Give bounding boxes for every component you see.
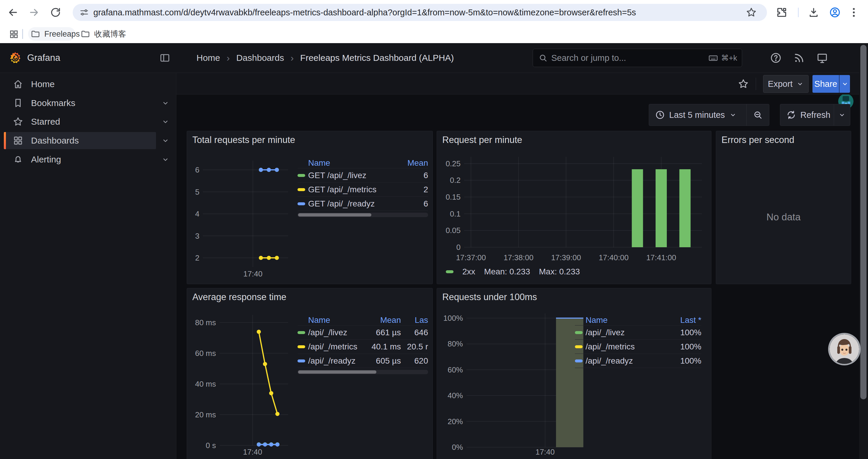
panel-title[interactable]: Average response time xyxy=(192,292,286,302)
legend-row[interactable]: GET /api/_/metrics2 xyxy=(298,183,428,197)
sidebar-toggle-icon[interactable] xyxy=(159,52,170,64)
downloads-icon[interactable] xyxy=(808,6,819,18)
svg-text:6: 6 xyxy=(195,165,199,174)
dashboard-star-icon[interactable] xyxy=(738,78,749,90)
kiosk-monitor-icon[interactable] xyxy=(816,52,828,64)
refresh-controls: Refresh xyxy=(780,104,850,126)
table-scrollbar[interactable] xyxy=(298,213,428,217)
legend-row[interactable]: GET /api/_/readyz6 xyxy=(298,197,428,211)
scrollbar-thumb[interactable] xyxy=(860,45,867,399)
zoom-out-button[interactable] xyxy=(747,104,769,126)
export-button[interactable]: Export xyxy=(763,75,809,93)
grafana-brand[interactable]: Grafana xyxy=(8,43,60,73)
chevron-down-icon xyxy=(796,80,804,88)
refresh-interval-button[interactable] xyxy=(834,104,850,126)
address-bar[interactable]: grafana.mathmast.com/d/deytv4rwavabkb/fr… xyxy=(73,4,767,21)
legend-row[interactable]: /api/_/livez661 µs646 xyxy=(298,326,428,340)
legend-row[interactable]: /api/_/livez100% xyxy=(575,326,701,340)
legend-row[interactable]: /api/_/readyz100% xyxy=(575,354,701,368)
legend-table: NameLast */api/_/livez100%/api/_/metrics… xyxy=(575,315,701,368)
time-range-picker[interactable]: Last 5 minutes xyxy=(649,104,746,126)
sidebar-item-label: Starred xyxy=(31,117,60,127)
screen: grafana.mathmast.com/d/deytv4rwavabkb/fr… xyxy=(0,0,868,459)
browser-menu-icon[interactable] xyxy=(848,6,860,18)
legend-max: Max: 0.233 xyxy=(539,267,580,276)
panel-request-per-minute: Request per minute 0.250.20.150.10.05017… xyxy=(437,131,711,284)
reload-icon[interactable] xyxy=(50,6,61,18)
timeseries-chart[interactable]: 80 ms60 ms40 ms20 ms0 s17:40 xyxy=(189,302,298,459)
svg-text:0.1: 0.1 xyxy=(450,209,461,218)
url-text[interactable]: grafana.mathmast.com/d/deytv4rwavabkb/fr… xyxy=(93,8,636,18)
extensions-icon[interactable] xyxy=(776,6,788,18)
site-info-icon[interactable] xyxy=(79,7,89,18)
sidebar-item-bookmarks[interactable]: Bookmarks xyxy=(4,95,156,112)
svg-text:3: 3 xyxy=(195,232,199,240)
svg-text:17:40: 17:40 xyxy=(243,448,262,456)
legend-row[interactable]: GET /api/_/livez6 xyxy=(298,168,428,183)
svg-text:20 ms: 20 ms xyxy=(195,410,216,419)
panel-title[interactable]: Errors per second xyxy=(721,135,794,145)
legend-row[interactable]: /api/_/metrics100% xyxy=(575,340,701,354)
bookmark-folder-freeleaps[interactable]: Freeleaps xyxy=(31,25,80,43)
panel-errors-per-second: Errors per second No data xyxy=(716,131,851,284)
share-button[interactable]: Share xyxy=(812,75,839,93)
panel-title[interactable]: Total requests per minute xyxy=(192,135,295,145)
legend-swatch xyxy=(298,359,305,362)
bar-chart[interactable]: 0.250.20.150.10.05017:37:0017:38:0017:39… xyxy=(439,144,708,268)
zoom-out-icon xyxy=(753,110,763,120)
sidebar-item-label: Dashboards xyxy=(31,136,79,145)
svg-text:17:41:00: 17:41:00 xyxy=(646,253,676,262)
panel-title[interactable]: Requests under 100ms xyxy=(442,292,537,302)
refresh-button[interactable]: Refresh xyxy=(780,104,834,126)
bookmarks-divider xyxy=(22,29,23,39)
floating-assistant-avatar[interactable] xyxy=(830,334,859,364)
chevron-down-icon[interactable] xyxy=(161,118,169,126)
legend-table-header: NameMeanLas xyxy=(298,315,428,326)
table-scrollbar[interactable] xyxy=(298,370,428,374)
sidebar-item-home[interactable]: Home xyxy=(4,76,156,93)
chart-legend[interactable]: 2xx Mean: 0.233 Max: 0.233 xyxy=(446,267,580,276)
active-indicator xyxy=(4,132,6,149)
panel-title[interactable]: Request per minute xyxy=(442,135,522,145)
sidebar-item-label: Home xyxy=(31,79,55,89)
area-chart[interactable]: 100%80%60%40%20%0%17:40 xyxy=(439,302,592,459)
dashboard-actions-bar xyxy=(176,73,859,95)
legend-row[interactable]: /api/_/readyz605 µs620 xyxy=(298,354,428,368)
timeseries-chart[interactable]: 6543217:40 xyxy=(189,144,298,283)
apps-grid-icon[interactable] xyxy=(9,29,19,39)
search-placeholder: Search or jump to... xyxy=(551,53,708,63)
bookmark-icon xyxy=(13,98,23,108)
sidebar-item-alerting[interactable]: Alerting xyxy=(4,151,156,168)
breadcrumb-dashboards[interactable]: Dashboards xyxy=(236,53,284,63)
time-range-label: Last 5 minutes xyxy=(669,110,725,120)
folder-icon xyxy=(81,29,90,39)
chevron-down-icon xyxy=(729,111,737,119)
panel-average-response-time: Average response time 80 ms60 ms40 ms20 … xyxy=(187,288,433,459)
bookmark-folder-blogs[interactable]: 收藏博客 xyxy=(81,25,126,43)
bell-icon xyxy=(13,154,23,165)
share-menu-button[interactable] xyxy=(839,75,850,93)
help-icon[interactable] xyxy=(770,52,782,64)
legend-swatch xyxy=(298,331,305,334)
breadcrumb: Home › Dashboards › Freeleaps Metrics Da… xyxy=(196,43,454,73)
chevron-down-icon[interactable] xyxy=(161,155,169,164)
bookmark-star-icon[interactable] xyxy=(746,7,757,18)
svg-text:20%: 20% xyxy=(447,417,463,426)
breadcrumb-home[interactable]: Home xyxy=(196,53,220,63)
search-input[interactable]: Search or jump to... ⌘+k xyxy=(533,49,742,67)
sidebar-item-dashboards[interactable]: Dashboards xyxy=(4,132,156,149)
svg-text:17:37:00: 17:37:00 xyxy=(456,253,486,262)
panel-total-requests-per-minute: Total requests per minute 6543217:40 Nam… xyxy=(187,131,433,284)
legend-swatch xyxy=(298,202,305,205)
back-icon[interactable] xyxy=(7,6,19,18)
svg-text:17:38:00: 17:38:00 xyxy=(503,253,533,262)
forward-icon[interactable] xyxy=(28,6,40,18)
svg-text:80%: 80% xyxy=(447,339,463,348)
chevron-down-icon[interactable] xyxy=(161,99,169,107)
news-rss-icon[interactable] xyxy=(793,52,805,64)
chevron-down-icon[interactable] xyxy=(161,136,169,145)
legend-swatch xyxy=(575,345,583,348)
profile-icon[interactable] xyxy=(829,6,841,18)
legend-row[interactable]: /api/_/metrics40.1 ms20.5 r xyxy=(298,340,428,354)
sidebar-item-starred[interactable]: Starred xyxy=(4,113,156,130)
